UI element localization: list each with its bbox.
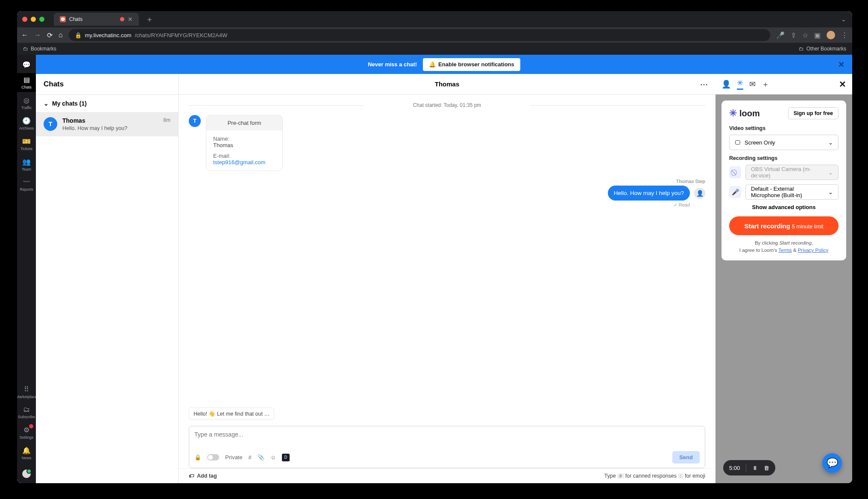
private-label: Private bbox=[225, 454, 242, 461]
mic-icon[interactable]: 🎤 bbox=[729, 186, 741, 198]
customer-info-tab-icon[interactable]: 👤 bbox=[721, 80, 731, 89]
bell-icon: 🔔 bbox=[429, 61, 436, 68]
advanced-options-toggle[interactable]: Show advanced options bbox=[729, 204, 839, 210]
chats-icon: ▤ bbox=[23, 76, 30, 84]
close-panel-icon[interactable]: ✕ bbox=[839, 79, 846, 89]
nav-marketplace[interactable]: ⠿Marketplace bbox=[17, 383, 36, 402]
banner-text: Never miss a chat! bbox=[368, 61, 417, 68]
loom-disclaimer: By clicking Start recording, I agree to … bbox=[729, 239, 839, 254]
recording-control-pill: 5:00 ⏸ 🗑 bbox=[723, 460, 775, 475]
agent-avatar-icon: 👤 bbox=[694, 188, 705, 199]
chatlist-title: Chats bbox=[36, 74, 178, 95]
app-integration-icon[interactable]: D bbox=[282, 454, 290, 461]
bell-icon: 🔔 bbox=[22, 446, 31, 455]
mic-select[interactable]: Default - External Microphone (Built-in)… bbox=[745, 184, 839, 200]
help-chat-fab[interactable]: 💬 bbox=[822, 453, 842, 473]
attach-icon[interactable]: 📎 bbox=[258, 454, 264, 461]
reports-icon: 〰 bbox=[23, 178, 30, 186]
recording-indicator-icon bbox=[120, 17, 124, 21]
send-button[interactable]: Send bbox=[672, 451, 700, 464]
chat-group-toggle[interactable]: ⌄ My chats (1) bbox=[36, 95, 178, 112]
emoji-icon[interactable]: ☺ bbox=[270, 454, 276, 461]
nav-livechat-logo[interactable]: 💬 bbox=[17, 58, 36, 71]
chevron-down-icon: ⌄ bbox=[828, 139, 833, 146]
email-tab-icon[interactable]: ✉ bbox=[749, 80, 756, 89]
trash-icon[interactable]: 🗑 bbox=[764, 465, 769, 471]
message-input[interactable] bbox=[194, 431, 700, 438]
nav-subscribe[interactable]: 🗂Subscribe bbox=[17, 403, 36, 422]
chrome-menu-icon[interactable]: ⋮ bbox=[841, 31, 848, 39]
app-nav-rail: 💬 ▤Chats ◎Traffic 🕘Archives 🎫Tickets 👥Te… bbox=[17, 55, 36, 483]
url-host: my.livechatinc.com bbox=[85, 32, 132, 38]
privacy-link[interactable]: Privacy Policy bbox=[798, 248, 829, 253]
archives-icon: 🕘 bbox=[22, 117, 31, 125]
traffic-icon: ◎ bbox=[23, 96, 29, 104]
notification-banner: Never miss a chat! 🔔 Enable browser noti… bbox=[36, 55, 852, 74]
nav-settings[interactable]: ⚙Settings bbox=[17, 423, 36, 442]
nav-tickets[interactable]: 🎫Tickets bbox=[17, 135, 36, 154]
email-label: E-mail: bbox=[213, 153, 276, 159]
add-tab-icon[interactable]: ＋ bbox=[762, 79, 769, 89]
prechat-form-message: T Pre-chat form Name: Thomas E-mail: tst… bbox=[189, 115, 705, 171]
loom-card: ✳loom Sign up for free Video settings 🖵 … bbox=[721, 100, 846, 260]
share-icon[interactable]: ⇪ bbox=[791, 31, 796, 39]
banner-close-icon[interactable]: ✕ bbox=[838, 60, 845, 69]
bookmarks-folder[interactable]: Bookmarks bbox=[31, 46, 56, 52]
bookmarks-bar: 🗀 Bookmarks 🗀 Other Bookmarks bbox=[17, 43, 852, 55]
nav-reports[interactable]: 〰Reports bbox=[17, 176, 36, 194]
nav-chats[interactable]: ▤Chats bbox=[17, 73, 36, 92]
browser-tabstrip: 💬 Chats ✕ ＋ ⌄ bbox=[17, 11, 852, 27]
window-traffic-lights[interactable] bbox=[22, 17, 44, 22]
reload-button[interactable]: ⟳ bbox=[47, 31, 53, 39]
new-tab-button[interactable]: ＋ bbox=[146, 14, 153, 24]
camera-off-icon[interactable]: ⃠ bbox=[729, 166, 741, 178]
lock-icon: 🔒 bbox=[194, 454, 201, 461]
url-field[interactable]: 🔒 my.livechatinc.com/chats/RYAIFNFMYG/RY… bbox=[69, 29, 770, 41]
profile-avatar[interactable] bbox=[827, 31, 835, 39]
panel-icon[interactable]: ▣ bbox=[814, 31, 821, 39]
private-toggle[interactable] bbox=[207, 454, 219, 461]
thread-title: Thomas bbox=[435, 80, 460, 88]
thread-more-icon[interactable]: ⋯ bbox=[700, 80, 709, 89]
home-button[interactable]: ⌂ bbox=[59, 31, 63, 39]
lock-icon: 🔒 bbox=[75, 32, 82, 38]
loom-tab-icon[interactable]: ✳ bbox=[737, 78, 743, 90]
nav-team[interactable]: 👥Team bbox=[17, 155, 36, 174]
reply-suggestion[interactable]: Hello! 👋 Let me find that out f… bbox=[189, 407, 274, 420]
video-mode-select[interactable]: 🖵 Screen Only ⌄ bbox=[729, 135, 839, 150]
add-tag-button[interactable]: Add tag bbox=[197, 473, 217, 479]
message-composer[interactable]: 🔒 Private # 📎 ☺ D Send bbox=[189, 426, 705, 468]
agent-avatar[interactable] bbox=[21, 469, 32, 479]
loom-signup-button[interactable]: Sign up for free bbox=[788, 107, 839, 119]
agent-message: Thomas Step Hello. How may I help you? 👤… bbox=[608, 179, 705, 208]
back-button[interactable]: ← bbox=[21, 31, 28, 39]
nav-archives[interactable]: 🕘Archives bbox=[17, 114, 36, 133]
camera-select[interactable]: OBS Virtual Camera (m-de:vice) ⌄ bbox=[745, 165, 839, 180]
voice-search-icon[interactable]: 🎤 bbox=[776, 31, 785, 39]
enable-notifications-button[interactable]: 🔔 Enable browser notifications bbox=[423, 58, 520, 71]
hash-icon[interactable]: # bbox=[248, 454, 251, 461]
tickets-icon: 🎫 bbox=[22, 137, 31, 145]
browser-tab[interactable]: 💬 Chats ✕ bbox=[54, 13, 139, 26]
nav-news[interactable]: 🔔News bbox=[17, 444, 36, 463]
chat-list-item[interactable]: T Thomas Hello. How may I help you? 8m bbox=[36, 112, 178, 136]
other-bookmarks[interactable]: Other Bookmarks bbox=[806, 46, 846, 52]
bookmark-star-icon[interactable]: ☆ bbox=[802, 31, 808, 39]
thread-header: Thomas ⋯ bbox=[179, 74, 716, 94]
tag-icon-plus: 🏷 bbox=[189, 473, 194, 479]
livechat-favicon: 💬 bbox=[60, 16, 66, 22]
start-recording-button[interactable]: Start recording5 minute limit bbox=[729, 216, 839, 235]
sender-name: Thomas Step bbox=[676, 179, 705, 184]
thread-footer: 🏷 Add tag Type#for canned responses:for … bbox=[179, 468, 716, 483]
pause-icon[interactable]: ⏸ bbox=[752, 465, 758, 471]
nav-traffic[interactable]: ◎Traffic bbox=[17, 94, 36, 112]
customer-name: Thomas bbox=[62, 117, 158, 124]
forward-button[interactable]: → bbox=[34, 31, 41, 39]
tabs-overflow-icon[interactable]: ⌄ bbox=[841, 16, 846, 23]
team-icon: 👥 bbox=[22, 158, 31, 166]
right-panel: 👤 ✳ ✉ ＋ ✕ ✳loom Sign up for free bbox=[716, 74, 852, 483]
terms-link[interactable]: Terms bbox=[778, 248, 792, 253]
close-tab-icon[interactable]: ✕ bbox=[128, 16, 133, 23]
email-value[interactable]: tstep916@gmail.com bbox=[213, 159, 265, 165]
name-value: Thomas bbox=[213, 142, 276, 148]
